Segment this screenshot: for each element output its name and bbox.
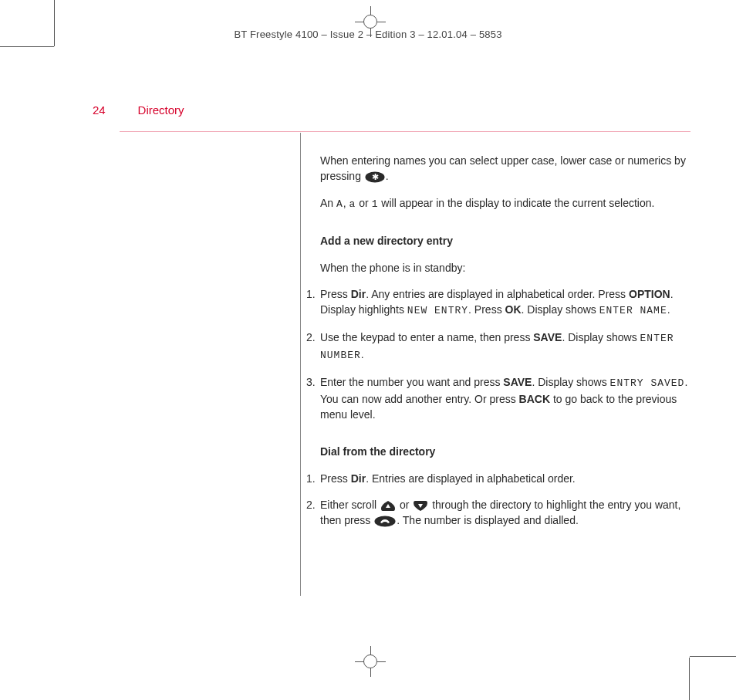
main-content: When entering names you can select upper… bbox=[320, 153, 690, 539]
registration-mark-icon bbox=[355, 646, 386, 677]
crop-mark bbox=[0, 46, 54, 47]
paragraph: An A, a or 1 will appear in the display … bbox=[320, 195, 690, 212]
crop-mark bbox=[690, 656, 736, 657]
list-item: Either scroll or through the directory t… bbox=[306, 497, 690, 529]
heading-add-entry: Add a new directory entry bbox=[320, 233, 690, 249]
down-key-icon bbox=[413, 500, 428, 512]
up-key-icon bbox=[380, 500, 396, 512]
list-item: Enter the number you want and press SAVE… bbox=[306, 374, 690, 422]
list-item: Use the keypad to enter a name, then pre… bbox=[306, 330, 690, 364]
document-header: BT Freestyle 4100 – Issue 2 – Edition 3 … bbox=[0, 29, 736, 40]
list-item: Press Dir. Any entries are displayed in … bbox=[306, 286, 690, 319]
talk-key-icon bbox=[374, 516, 396, 527]
vertical-divider bbox=[300, 133, 301, 596]
heading-dial: Dial from the directory bbox=[320, 444, 690, 459]
page-number: 24 bbox=[93, 103, 106, 117]
paragraph: When the phone is in standby: bbox=[320, 260, 690, 276]
section-title: Directory bbox=[138, 103, 184, 117]
star-key-icon: ✱ bbox=[365, 171, 385, 183]
ordered-list: Press Dir. Any entries are displayed in … bbox=[320, 286, 690, 422]
header-rule bbox=[120, 131, 690, 132]
svg-text:✱: ✱ bbox=[371, 172, 378, 181]
ordered-list: Press Dir. Entries are displayed in alph… bbox=[320, 471, 690, 529]
list-item: Press Dir. Entries are displayed in alph… bbox=[306, 471, 690, 486]
crop-mark bbox=[689, 658, 690, 700]
paragraph: When entering names you can select upper… bbox=[320, 153, 690, 184]
